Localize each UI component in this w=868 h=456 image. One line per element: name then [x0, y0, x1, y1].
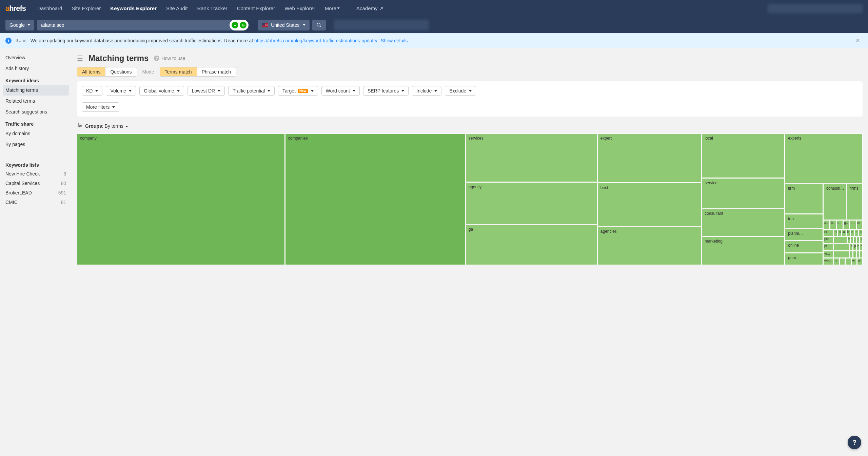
nav-dashboard[interactable]: Dashboard — [33, 0, 67, 17]
treemap-box[interactable]: d.. — [836, 220, 843, 229]
treemap-box[interactable]: w — [851, 258, 857, 265]
treemap-box[interactable]: p — [853, 244, 856, 250]
treemap-box[interactable] — [860, 251, 863, 258]
treemap-box[interactable]: l. — [860, 236, 863, 243]
treemap-box[interactable]: r. — [856, 244, 860, 250]
treemap-box[interactable] — [845, 258, 851, 265]
how-to-use-link[interactable]: ? How to use — [154, 56, 185, 61]
sidebar-list-item[interactable]: CMIC81 — [0, 198, 72, 207]
filter-kd[interactable]: KD — [82, 86, 102, 96]
country-select[interactable]: United States — [258, 20, 310, 30]
nav-web-explorer[interactable]: Web Explorer — [280, 0, 320, 17]
show-details-link[interactable]: Show details — [381, 38, 408, 43]
nav-keywords-explorer[interactable]: Keywords Explorer — [105, 0, 161, 17]
treemap-box-local[interactable]: local — [702, 133, 785, 178]
banner-link[interactable]: https://ahrefs.com/blog/keyword-traffic-… — [254, 38, 377, 43]
filter-exclude[interactable]: Exclude — [445, 86, 476, 96]
treemap-box-guru[interactable]: guru — [785, 253, 823, 265]
treemap-box[interactable]: h — [847, 236, 850, 243]
sidebar-by-domains[interactable]: By domains — [0, 128, 72, 139]
treemap-box[interactable]: i. — [850, 236, 853, 243]
treemap-box[interactable] — [840, 258, 845, 265]
treemap-box[interactable]: n — [834, 258, 839, 265]
sidebar-related-terms[interactable]: Related terms — [0, 96, 72, 106]
treemap-box[interactable]: m — [850, 244, 853, 250]
nav-rank-tracker[interactable]: Rank Tracker — [192, 0, 232, 17]
treemap-box-firms[interactable]: firms — [847, 184, 863, 220]
treemap-box-companies[interactable]: companies — [285, 133, 465, 265]
sidebar-by-pages[interactable]: By pages — [0, 139, 72, 150]
tab-questions[interactable]: Questions — [105, 67, 136, 76]
treemap-box[interactable]: b — [846, 229, 850, 236]
treemap-box[interactable]: a — [834, 229, 837, 236]
treemap-box[interactable]: pro — [823, 236, 833, 243]
logo[interactable]: ahrefs — [5, 4, 26, 13]
treemap-box[interactable]: j. — [853, 236, 856, 243]
groups-selector[interactable]: Groups: By terms — [85, 123, 128, 129]
treemap-box[interactable]: c — [859, 229, 863, 236]
treemap-box[interactable]: vi… — [823, 251, 833, 258]
treemap-box-ga[interactable]: ga — [466, 225, 597, 265]
treemap-box-top[interactable]: top — [785, 214, 823, 229]
filter-target[interactable]: TargetNew — [278, 86, 318, 96]
treemap-box[interactable]: g.. — [843, 220, 849, 229]
sidebar-list-item[interactable]: Capital Services80 — [0, 179, 72, 188]
treemap-box-expert[interactable]: expert — [597, 133, 701, 183]
filter-lowest-dr[interactable]: Lowest DR — [188, 86, 225, 96]
keyword-search-input[interactable] — [37, 20, 240, 30]
sidebar-list-item[interactable]: New Hire Check3 — [0, 169, 72, 179]
treemap-box-service[interactable]: service — [702, 178, 785, 208]
filter-volume[interactable]: Volume — [106, 86, 136, 96]
treemap-box[interactable]: a — [842, 229, 846, 236]
treemap-box-best[interactable]: best — [597, 183, 701, 226]
treemap-box[interactable]: l. — [857, 236, 860, 243]
treemap-box-agency[interactable]: agency — [466, 182, 597, 225]
filter-serp-features[interactable]: SERP features — [363, 86, 409, 96]
treemap-box[interactable] — [856, 251, 860, 258]
treemap-box[interactable]: pr… — [823, 244, 833, 250]
treemap-box-agencies[interactable]: agencies — [597, 227, 701, 265]
tab-terms-match[interactable]: Terms match — [160, 67, 197, 76]
treemap-box[interactable]: web — [823, 258, 833, 265]
close-banner-button[interactable]: × — [853, 37, 863, 44]
treemap-box-planning[interactable]: planni… — [785, 229, 823, 240]
filter-more-filters[interactable]: More filters — [82, 102, 119, 112]
nav-site-audit[interactable]: Site Audit — [161, 0, 192, 17]
treemap-box[interactable]: c — [850, 229, 854, 236]
filter-global-volume[interactable]: Global volume — [139, 86, 184, 96]
nav-academy[interactable]: Academy ↗ — [352, 0, 388, 17]
treemap-box[interactable] — [834, 251, 849, 258]
treemap-box[interactable]: b.. — [830, 220, 836, 229]
treemap-box-online[interactable]: online — [785, 241, 823, 252]
treemap-box-services[interactable]: services — [466, 133, 597, 182]
treemap-box-experts[interactable]: experts — [785, 133, 863, 183]
treemap-box-consulting[interactable]: consulti… — [823, 184, 846, 220]
treemap-box[interactable] — [834, 244, 849, 250]
tab-all-terms[interactable]: All terms — [77, 67, 105, 76]
search-button[interactable] — [312, 20, 326, 30]
filter-word-count[interactable]: Word count — [321, 86, 360, 96]
sidebar-search-suggestions[interactable]: Search suggestions — [0, 106, 72, 117]
treemap-box[interactable]: m — [856, 220, 863, 229]
treemap-box[interactable]: or… — [823, 229, 833, 236]
treemap-box[interactable]: l… — [850, 220, 856, 229]
sidebar-list-item[interactable]: BrokerLEAD591 — [0, 188, 72, 198]
treemap-box-marketing[interactable]: marketing — [702, 236, 785, 265]
treemap-box[interactable]: c — [854, 229, 858, 236]
search-engine-select[interactable]: Google — [5, 20, 34, 30]
treemap-box[interactable] — [853, 251, 856, 258]
menu-toggle-icon[interactable]: ☰ — [77, 54, 83, 62]
treemap-box[interactable] — [850, 251, 853, 258]
nav-more[interactable]: More — [320, 0, 344, 17]
tab-phrase-match[interactable]: Phrase match — [197, 67, 236, 76]
sliders-icon[interactable] — [77, 123, 82, 129]
nav-site-explorer[interactable]: Site Explorer — [67, 0, 105, 17]
grammarly-widget[interactable]: ⌄ G — [230, 20, 249, 30]
filter-traffic-potential[interactable]: Traffic potential — [228, 86, 275, 96]
sidebar-ads-history[interactable]: Ads history — [0, 63, 72, 74]
treemap-box[interactable] — [834, 236, 847, 243]
treemap-box[interactable]: w — [857, 258, 863, 265]
nav-content-explorer[interactable]: Content Explorer — [232, 0, 280, 17]
treemap-box-consultant[interactable]: consultant — [702, 209, 785, 236]
treemap-box[interactable]: a.. — [823, 220, 829, 229]
